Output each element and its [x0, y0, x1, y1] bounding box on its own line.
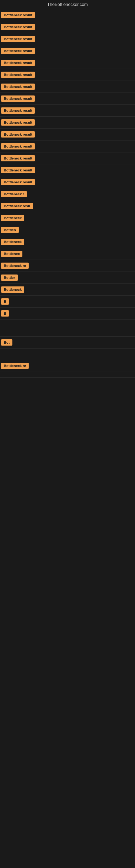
bottleneck-badge[interactable]: Bottleneck re	[1, 363, 29, 369]
result-row	[0, 372, 135, 378]
result-row: Bottlen	[0, 224, 135, 236]
bottleneck-badge[interactable]: Bottleneck result	[1, 95, 35, 102]
result-row: Bottleneck result	[0, 152, 135, 164]
result-row: Bottleneck result	[0, 81, 135, 93]
result-row: B	[0, 308, 135, 319]
result-row: Bottleneck result	[0, 176, 135, 188]
bottleneck-badge[interactable]: Bottler	[1, 275, 18, 281]
result-row	[0, 325, 135, 331]
bottleneck-badge[interactable]: Bottleneck result	[1, 36, 35, 42]
result-row: Bottleneck result	[0, 93, 135, 105]
result-row: Bot	[0, 337, 135, 348]
result-row: Bottleneck	[0, 284, 135, 296]
bottleneck-badge[interactable]: Bottleneck	[1, 239, 24, 245]
bottleneck-badge[interactable]: Bottleneck re	[1, 262, 29, 269]
bottleneck-badge[interactable]: Bot	[1, 339, 12, 346]
bottleneck-badge[interactable]: Bottleneck result	[1, 72, 35, 78]
result-row: Bottleneck result	[0, 57, 135, 69]
bottleneck-badge[interactable]: Bottlenec	[1, 251, 22, 257]
site-header: TheBottlenecker.com	[0, 0, 135, 9]
result-row: Bottleneck re	[0, 260, 135, 272]
result-row	[0, 378, 135, 383]
bottleneck-badge[interactable]: Bottleneck result	[1, 155, 35, 161]
bottleneck-badge[interactable]: Bottleneck resu	[1, 203, 33, 209]
bottleneck-badge[interactable]: Bottleneck result	[1, 131, 35, 137]
result-row: Bottleneck result	[0, 9, 135, 21]
bottleneck-badge[interactable]: Bottleneck result	[1, 60, 35, 66]
result-row: Bottleneck re	[0, 360, 135, 372]
bottleneck-badge[interactable]: Bottleneck result	[1, 24, 35, 30]
bottleneck-badge[interactable]: Bottleneck result	[1, 179, 35, 185]
bottleneck-badge[interactable]: Bottleneck result	[1, 107, 35, 114]
result-row: Bottleneck result	[0, 105, 135, 117]
bottleneck-badge[interactable]: Bottleneck result	[1, 48, 35, 54]
result-row: Bottlenec	[0, 248, 135, 260]
results-container: Bottleneck resultBottleneck resultBottle…	[0, 9, 135, 383]
result-row	[0, 319, 135, 325]
bottleneck-badge[interactable]: B	[1, 310, 9, 316]
result-row: Bottleneck result	[0, 129, 135, 141]
bottleneck-badge[interactable]: Bottleneck result	[1, 119, 35, 126]
result-row: Bottleneck	[0, 236, 135, 248]
result-row: Bottleneck result	[0, 33, 135, 45]
result-row: B	[0, 296, 135, 308]
result-row	[0, 354, 135, 360]
result-row: Bottleneck resu	[0, 200, 135, 212]
bottleneck-badge[interactable]: Bottleneck r	[1, 191, 27, 197]
result-row: Bottleneck result	[0, 69, 135, 81]
result-row: Bottleneck result	[0, 21, 135, 33]
bottleneck-badge[interactable]: Bottlen	[1, 227, 18, 233]
bottleneck-badge[interactable]: B	[1, 299, 9, 305]
result-row: Bottleneck result	[0, 141, 135, 152]
bottleneck-badge[interactable]: Bottleneck result	[1, 84, 35, 90]
bottleneck-badge[interactable]: Bottleneck result	[1, 167, 35, 173]
result-row	[0, 331, 135, 337]
bottleneck-badge[interactable]: Bottleneck	[1, 286, 24, 293]
result-row: Bottleneck result	[0, 117, 135, 129]
result-row: Bottleneck result	[0, 164, 135, 176]
result-row: Bottleneck result	[0, 45, 135, 57]
result-row	[0, 348, 135, 354]
site-title: TheBottlenecker.com	[0, 0, 135, 9]
bottleneck-badge[interactable]: Bottleneck	[1, 215, 24, 221]
result-row: Bottleneck r	[0, 188, 135, 200]
bottleneck-badge[interactable]: Bottleneck result	[1, 12, 35, 18]
bottleneck-badge[interactable]: Bottleneck result	[1, 143, 35, 150]
result-row: Bottleneck	[0, 212, 135, 224]
result-row: Bottler	[0, 272, 135, 284]
